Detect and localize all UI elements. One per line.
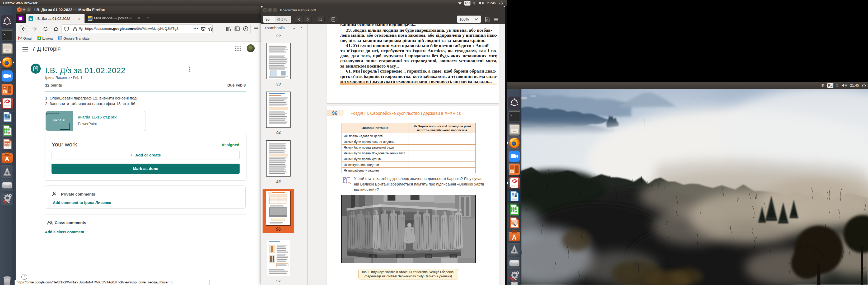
svg-text:−: − [4,86,5,89]
svg-text:A: A [512,234,517,241]
svg-text:=: = [516,168,518,171]
svg-text:>_: >_ [3,33,7,37]
svg-text:>_: >_ [510,114,514,118]
svg-text:A: A [5,155,9,163]
svg-text:+: + [4,90,5,94]
svg-text:+: + [511,170,513,173]
svg-text:=: = [9,88,10,92]
svg-text:−: − [511,166,513,169]
